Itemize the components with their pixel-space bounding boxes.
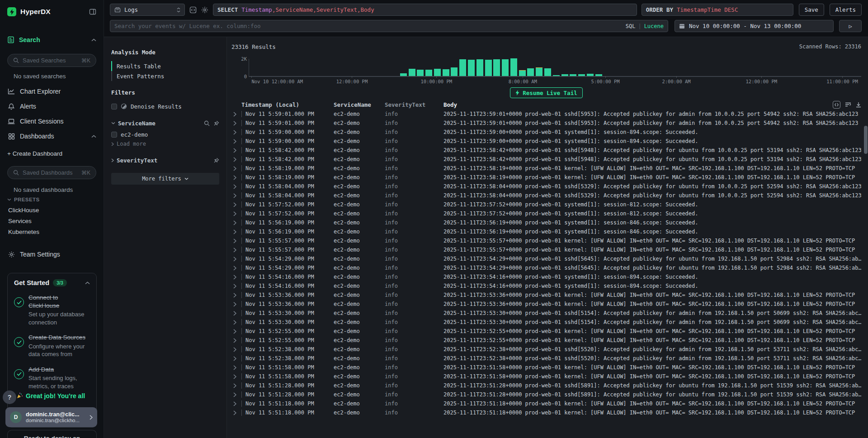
histogram-bar[interactable]	[409, 69, 415, 76]
histogram-bar[interactable]	[493, 59, 500, 76]
create-dashboard-button[interactable]: + Create Dashboard	[0, 150, 104, 157]
table-row[interactable]: Nov 11 5:59:00.000 PMec2-demoinfo2025-11…	[231, 137, 861, 146]
sidebar-item-dashboards[interactable]: Dashboards	[0, 130, 104, 143]
checklist-item-sources[interactable]: Create Data Sources Configure where your…	[14, 333, 90, 358]
col-body[interactable]: Body	[443, 101, 833, 108]
sidebar-item-clickhouse[interactable]: ClickHouse	[0, 207, 104, 214]
table-row[interactable]: Nov 11 5:52:55.000 PMec2-demoinfo2025-11…	[231, 327, 861, 336]
chevron-up-icon[interactable]	[91, 38, 96, 42]
presets-section-header[interactable]: PRESETS	[0, 197, 104, 202]
table-row[interactable]: Nov 11 5:57:52.000 PMec2-demoinfo2025-11…	[231, 209, 861, 218]
row-expander-icon[interactable]	[231, 130, 241, 135]
save-button[interactable]: Save	[799, 4, 824, 16]
table-row[interactable]: Nov 11 5:54:29.000 PMec2-demoinfo2025-11…	[231, 263, 861, 272]
histogram-bar[interactable]	[553, 75, 560, 76]
saved-searches-input[interactable]: Saved Searches ⌘K	[7, 54, 96, 67]
histogram-bar[interactable]	[561, 74, 568, 76]
table-row[interactable]: Nov 11 5:58:42.000 PMec2-demoinfo2025-11…	[231, 146, 861, 155]
sidebar-item-search[interactable]: Search	[0, 34, 104, 46]
resume-live-tail-button[interactable]: Resume Live Tail	[510, 87, 582, 98]
table-row[interactable]: Nov 11 5:51:58.000 PMec2-demoinfo2025-11…	[231, 363, 861, 372]
table-row[interactable]: Nov 11 5:58:04.000 PMec2-demoinfo2025-11…	[231, 191, 861, 200]
run-query-button[interactable]: ▷	[839, 20, 862, 32]
row-expander-icon[interactable]	[231, 329, 241, 334]
order-by-input[interactable]: ORDER BY TimestampTime DESC	[642, 4, 793, 16]
row-expander-icon[interactable]	[231, 293, 241, 298]
chevron-up-icon[interactable]	[91, 135, 96, 138]
alerts-button[interactable]: Alerts	[830, 4, 862, 16]
row-expander-icon[interactable]	[231, 220, 241, 225]
table-row[interactable]: Nov 11 5:58:19.000 PMec2-demoinfo2025-11…	[231, 164, 861, 173]
sql-select-input[interactable]: SELECT Timestamp ,ServiceName,SeverityTe…	[213, 4, 637, 16]
row-expander-icon[interactable]	[231, 401, 241, 406]
facet-search-icon[interactable]	[204, 120, 210, 126]
histogram-bar[interactable]	[510, 58, 517, 76]
code-view-icon[interactable]	[833, 101, 840, 109]
table-row[interactable]: Nov 11 5:56:19.000 PMec2-demoinfo2025-11…	[231, 218, 861, 227]
histogram-bar[interactable]	[544, 68, 551, 76]
row-expander-icon[interactable]	[231, 202, 241, 207]
histogram-bar[interactable]	[578, 74, 585, 76]
row-expander-icon[interactable]	[231, 193, 241, 198]
row-expander-icon[interactable]	[231, 365, 241, 370]
pin-icon[interactable]	[213, 120, 219, 126]
histogram-bar[interactable]	[570, 74, 576, 76]
histogram-bar[interactable]	[443, 69, 449, 76]
histogram-bar[interactable]	[502, 59, 509, 76]
facet-servicename-header[interactable]: ServiceName	[111, 118, 219, 129]
row-expander-icon[interactable]	[231, 374, 241, 379]
help-button[interactable]: ?	[3, 390, 16, 404]
histogram-bar[interactable]	[425, 70, 432, 76]
time-range-picker[interactable]: Nov 10 00:00:00 - Nov 13 00:00:00	[675, 20, 834, 32]
row-expander-icon[interactable]	[231, 238, 241, 243]
table-row[interactable]: Nov 11 5:52:38.000 PMec2-demoinfo2025-11…	[231, 345, 861, 354]
checklist-item-add-data[interactable]: Add Data Start sending logs, metrics, or…	[14, 366, 90, 390]
settings-gear-button[interactable]	[201, 6, 208, 14]
histogram-bar[interactable]	[536, 67, 542, 76]
row-expander-icon[interactable]	[231, 229, 241, 234]
row-expander-icon[interactable]	[231, 275, 241, 280]
sidebar-item-team-settings[interactable]: Team Settings	[0, 248, 104, 261]
row-expander-icon[interactable]	[231, 266, 241, 271]
table-row[interactable]: Nov 11 5:51:28.000 PMec2-demoinfo2025-11…	[231, 381, 861, 390]
row-expander-icon[interactable]	[231, 248, 241, 252]
user-menu[interactable]: D dominic.tran@clic... dominic.tran@clic…	[5, 407, 97, 427]
more-filters-button[interactable]: More filters	[111, 173, 219, 185]
table-row[interactable]: Nov 11 5:58:04.000 PMec2-demoinfo2025-11…	[231, 182, 861, 191]
row-expander-icon[interactable]	[231, 356, 241, 361]
checklist-item-connect[interactable]: Connect to ClickHouse Set up your databa…	[14, 294, 90, 326]
deploy-note[interactable]: Ready to deploy on	[7, 430, 97, 438]
table-row[interactable]: Nov 11 5:51:28.000 PMec2-demoinfo2025-11…	[231, 390, 861, 399]
search-input[interactable]	[114, 23, 626, 29]
row-expander-icon[interactable]	[231, 410, 241, 415]
vertical-scrollbar-thumb[interactable]	[864, 126, 868, 154]
row-expander-icon[interactable]	[231, 284, 241, 289]
facet-option-ec2-demo[interactable]: ec2-demo	[111, 129, 219, 139]
row-expander-icon[interactable]	[231, 392, 241, 397]
row-expander-icon[interactable]	[231, 166, 241, 171]
facet-severitytext-header[interactable]: SeverityText	[111, 155, 219, 166]
table-row[interactable]: Nov 11 5:54:16.000 PMec2-demoinfo2025-11…	[231, 281, 861, 290]
sidebar-collapse-icon[interactable]	[89, 8, 96, 15]
table-row[interactable]: Nov 11 5:59:00.000 PMec2-demoinfo2025-11…	[231, 128, 861, 137]
table-row[interactable]: Nov 11 5:53:30.000 PMec2-demoinfo2025-11…	[231, 318, 861, 327]
table-row[interactable]: Nov 11 5:59:01.000 PMec2-demoinfo2025-11…	[231, 119, 861, 128]
table-row[interactable]: Nov 11 5:51:18.000 PMec2-demoinfo2025-11…	[231, 399, 861, 408]
source-select[interactable]: Logs	[110, 4, 185, 16]
wrap-lines-icon[interactable]	[845, 102, 851, 107]
ec2-demo-checkbox[interactable]	[111, 132, 117, 138]
col-severitytext[interactable]: SeverityText	[385, 101, 443, 108]
sidebar-item-alerts[interactable]: Alerts	[0, 100, 104, 113]
table-row[interactable]: Nov 11 5:53:36.000 PMec2-demoinfo2025-11…	[231, 300, 861, 309]
download-icon[interactable]	[856, 102, 861, 108]
histogram-bar[interactable]	[400, 73, 407, 76]
sidebar-item-client-sessions[interactable]: Client Sessions	[0, 115, 104, 128]
histogram-bar[interactable]	[476, 59, 483, 76]
table-row[interactable]: Nov 11 5:52:55.000 PMec2-demoinfo2025-11…	[231, 336, 861, 345]
sql-mode-toggle-button[interactable]	[189, 6, 197, 14]
table-row[interactable]: Nov 11 5:58:42.000 PMec2-demoinfo2025-11…	[231, 155, 861, 164]
histogram-bar[interactable]	[468, 60, 475, 76]
row-expander-icon[interactable]	[231, 302, 241, 307]
tab-results-table[interactable]: Results Table	[111, 61, 219, 71]
histogram-plot[interactable]: 2K 0 Nov 10 12:00:00 AM12:00:00 PM10:00:…	[249, 59, 861, 77]
